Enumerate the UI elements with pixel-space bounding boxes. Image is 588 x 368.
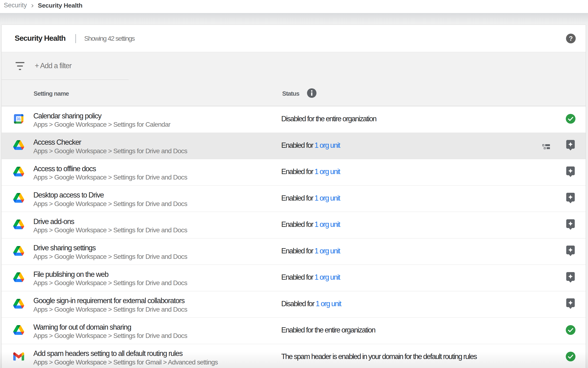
svg-text:?: ? [569,35,573,42]
svg-text:31: 31 [17,117,21,121]
